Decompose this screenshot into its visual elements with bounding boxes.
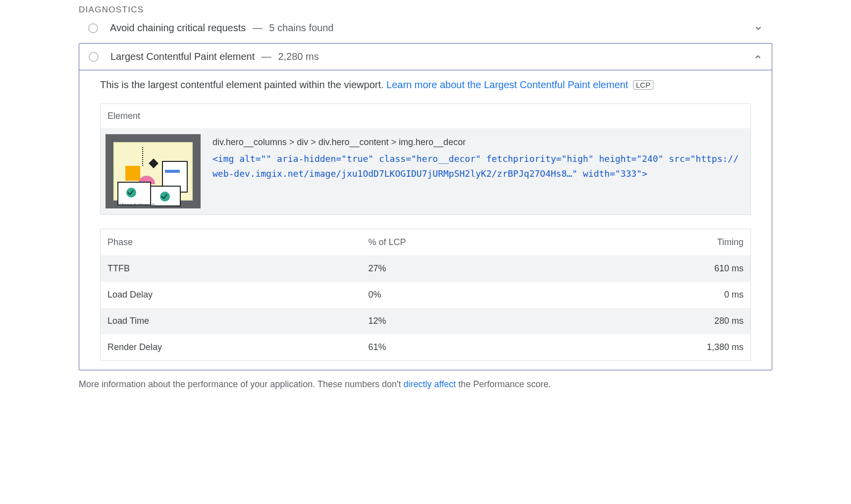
lcp-element-card: Element Building a better web bbox=[100, 103, 751, 215]
diagnostics-section-title: DIAGNOSTICS bbox=[79, 5, 772, 15]
neutral-status-icon bbox=[88, 23, 98, 33]
col-phase: Phase bbox=[101, 229, 362, 256]
table-row: Load Time 12% 280 ms bbox=[101, 308, 751, 334]
diagnostics-footnote: More information about the performance o… bbox=[79, 379, 772, 390]
col-percent: % of LCP bbox=[362, 229, 558, 256]
element-thumbnail: Building a better web bbox=[106, 134, 201, 208]
table-row: Load Delay 0% 0 ms bbox=[101, 282, 751, 308]
table-row: Render Delay 61% 1,380 ms bbox=[101, 334, 751, 361]
learn-more-link[interactable]: Learn more about the Largest Contentful … bbox=[386, 79, 628, 90]
audit-label: Largest Contentful Paint element — 2,280… bbox=[110, 51, 319, 62]
lcp-phase-table: Phase % of LCP Timing TTFB 27% 610 ms Lo… bbox=[100, 229, 751, 361]
col-timing: Timing bbox=[557, 229, 750, 256]
neutral-status-icon bbox=[89, 52, 99, 62]
chevron-down-icon bbox=[754, 24, 763, 33]
lcp-chip: LCP bbox=[633, 80, 653, 90]
table-row: TTFB 27% 610 ms bbox=[101, 255, 751, 282]
audit-lcp-panel: Largest Contentful Paint element — 2,280… bbox=[79, 43, 772, 370]
audit-row-lcp-element[interactable]: Largest Contentful Paint element — 2,280… bbox=[79, 44, 772, 70]
directly-affect-link[interactable]: directly affect bbox=[403, 379, 456, 389]
lcp-intro-text: This is the largest contentful element p… bbox=[100, 79, 751, 91]
chevron-up-icon bbox=[753, 52, 762, 61]
audit-label: Avoid chaining critical requests — 5 cha… bbox=[110, 22, 333, 34]
element-selector-path: div.hero__columns > div > div.hero__cont… bbox=[213, 137, 744, 148]
element-source-snippet: <img alt="" aria-hidden="true" class="he… bbox=[213, 151, 744, 181]
audit-row-chain-critical[interactable]: Avoid chaining critical requests — 5 cha… bbox=[79, 15, 772, 41]
element-card-header: Element bbox=[101, 104, 750, 128]
